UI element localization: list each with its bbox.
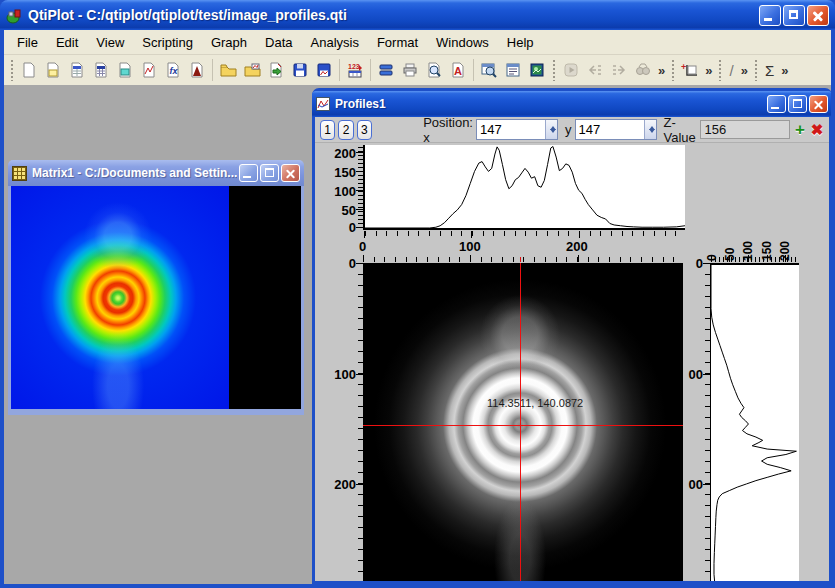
print-preview-icon[interactable] [422, 58, 446, 82]
matrix1-window[interactable]: Matrix1 - C:/Documents and Settin... [8, 160, 304, 415]
add-button[interactable]: + [793, 121, 807, 139]
tick [748, 255, 749, 262]
overflow-chevron[interactable]: » [738, 63, 751, 78]
menu-format[interactable]: Format [368, 32, 427, 53]
main-titlebar[interactable]: QtiPlot - C:/qtiplot/qtiplot/test/image_… [0, 0, 835, 30]
toolbar-grip[interactable] [10, 59, 14, 81]
append-project-icon[interactable] [264, 58, 288, 82]
y-spin-down[interactable] [645, 130, 656, 140]
z-value-label: Z-Value [664, 115, 697, 145]
export-pdf-icon[interactable]: A [446, 58, 470, 82]
toolbar-grip[interactable] [552, 59, 556, 81]
position-x-label: Position: x [423, 115, 473, 145]
menu-edit[interactable]: Edit [47, 32, 87, 53]
x-position-spinbox[interactable] [476, 119, 558, 140]
matrix1-image[interactable] [11, 186, 301, 409]
menu-graph[interactable]: Graph [202, 32, 256, 53]
toolbar-grip[interactable] [671, 59, 675, 81]
menu-file[interactable]: File [8, 32, 47, 53]
crosshair-horizontal[interactable] [363, 425, 683, 426]
minimize-icon [764, 18, 772, 21]
maximize-button[interactable] [783, 5, 805, 26]
sum-icon[interactable]: Σ [761, 62, 778, 79]
new-function-plot-icon[interactable]: fx [161, 58, 185, 82]
profiles1-close-button[interactable] [809, 95, 828, 113]
qtiplot-main-window: QtiPlot - C:/qtiplot/qtiplot/test/image_… [0, 0, 835, 588]
crosshair-vertical[interactable] [520, 263, 521, 581]
overflow-chevron[interactable]: » [778, 63, 791, 78]
save-as-template-icon[interactable] [312, 58, 336, 82]
right-postick-200: 00 [685, 477, 703, 492]
save-project-icon[interactable] [288, 58, 312, 82]
print-icon[interactable] [398, 58, 422, 82]
new-3d-surface-icon[interactable] [185, 58, 209, 82]
top-ytick-150: 150 [320, 165, 356, 180]
matrix1-titlebar[interactable]: Matrix1 - C:/Documents and Settin... [8, 160, 304, 186]
qtiplot-app-icon[interactable] [6, 7, 23, 24]
import-ascii-icon[interactable]: 123 [343, 58, 367, 82]
new-table-icon[interactable] [65, 58, 89, 82]
new-folder-icon[interactable] [41, 58, 65, 82]
draw-line-icon[interactable]: / [725, 62, 737, 79]
new-graph-icon[interactable] [137, 58, 161, 82]
layer-button-1[interactable]: 1 [320, 120, 335, 140]
top-xtick-0: 0 [359, 239, 366, 254]
profiles1-minimize-button[interactable] [767, 95, 786, 113]
tick [356, 263, 363, 264]
results-log-icon[interactable] [501, 58, 525, 82]
profiles1-maximize-button[interactable] [788, 95, 807, 113]
toolbar-separator [339, 59, 340, 81]
y-position-input[interactable] [576, 120, 644, 139]
new-project-icon[interactable] [17, 58, 41, 82]
close-button[interactable] [807, 5, 829, 26]
remove-button[interactable]: ✖ [810, 121, 824, 139]
menu-scripting[interactable]: Scripting [133, 32, 202, 53]
menu-help[interactable]: Help [498, 32, 543, 53]
menu-data[interactable]: Data [256, 32, 301, 53]
x-position-input[interactable] [477, 120, 545, 139]
cursor-annotation: 114.3511, 140.0872 [487, 397, 583, 409]
toolbar-grip[interactable] [754, 59, 758, 81]
project-explorer-icon[interactable] [477, 58, 501, 82]
menu-view[interactable]: View [87, 32, 133, 53]
minimize-button[interactable] [759, 5, 781, 26]
profiles1-titlebar[interactable]: Profiles1 [312, 91, 831, 117]
right-postick-0: 0 [685, 256, 703, 271]
add-layer-icon[interactable]: + [678, 58, 702, 82]
crosshair-x-marker [520, 257, 521, 262]
new-matrix-icon[interactable] [89, 58, 113, 82]
svg-text:fx: fx [170, 66, 179, 76]
layer-button-3[interactable]: 3 [357, 120, 372, 140]
duplicate-window-icon[interactable] [374, 58, 398, 82]
z-value-field: 156 [700, 120, 790, 139]
menu-windows[interactable]: Windows [427, 32, 498, 53]
matrix1-minimize-button[interactable] [239, 164, 258, 182]
image-plot[interactable]: 114.3511, 140.0872 [363, 263, 683, 581]
matrix1-close-button[interactable] [281, 164, 300, 182]
layer-button-2[interactable]: 2 [338, 120, 353, 140]
image-window-icon[interactable] [525, 58, 549, 82]
open-project-icon[interactable] [216, 58, 240, 82]
matrix1-title: Matrix1 - C:/Documents and Settin... [32, 166, 237, 180]
top-profile-plot[interactable] [363, 145, 685, 230]
new-note-icon[interactable] [113, 58, 137, 82]
overflow-chevron[interactable]: » [702, 63, 715, 78]
x-spin-down[interactable] [546, 130, 557, 140]
open-template-icon[interactable] [240, 58, 264, 82]
overflow-chevron[interactable]: » [655, 63, 668, 78]
matrix1-maximize-button[interactable] [260, 164, 279, 182]
svg-text:123: 123 [348, 63, 360, 70]
toolbar-grip[interactable] [718, 59, 722, 81]
profiles1-window[interactable]: Profiles1 1 2 3 Position: x y [312, 88, 831, 584]
right-profile-plot[interactable] [710, 263, 799, 581]
tick [703, 374, 710, 375]
toolbar-separator [212, 59, 213, 81]
y-position-spinbox[interactable] [575, 119, 657, 140]
matrix-colormap-rings[interactable] [11, 186, 229, 409]
right-postick-100: 00 [685, 367, 703, 382]
profiles-toolbar: 1 2 3 Position: x y Z-Value 156 + ✖ [315, 117, 829, 143]
matrix-black-region[interactable] [229, 186, 301, 409]
menu-analysis[interactable]: Analysis [302, 32, 368, 53]
tick [785, 255, 786, 262]
tick [579, 231, 580, 238]
